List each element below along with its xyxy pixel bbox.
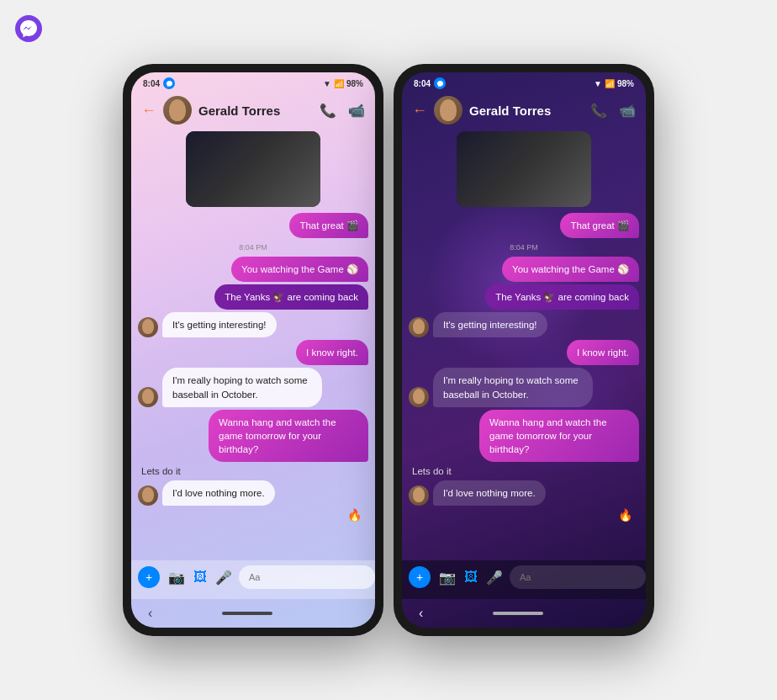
messages-area-dark: That great 🎬 8:04 PM You watching the Ga…: [402, 131, 646, 560]
reaction-dark: 🔥: [409, 508, 639, 522]
message-input-light[interactable]: [239, 565, 375, 589]
home-indicator-dark: [493, 612, 543, 615]
messenger-icon: [15, 15, 42, 42]
network-dark: 📶: [605, 79, 615, 88]
contact-name-light: Gerald Torres: [198, 103, 313, 118]
bubble-sent-5-dark: Wanna hang and watch the game tomorrow f…: [479, 410, 639, 462]
bubble-sent-1-light: That great 🎬: [289, 213, 368, 238]
call-button-dark[interactable]: 📞: [590, 103, 607, 119]
phone-light: 8:04 ▼ 📶 98% ← Gerald Torres: [123, 64, 383, 636]
bubble-recv-2-dark: I'm really hoping to watch some baseball…: [433, 368, 593, 406]
msg-sent-1-dark: That great 🎬: [409, 213, 639, 238]
message-input-dark[interactable]: [510, 565, 646, 589]
back-button-light[interactable]: ←: [141, 102, 156, 119]
bubble-recv-3-light: I'd love nothing more.: [162, 480, 275, 506]
time-light: 8:04: [143, 79, 160, 88]
messages-area-light: That great 🎬 8:04 PM You watching the Ga…: [131, 131, 375, 560]
nav-back-light[interactable]: ‹: [148, 606, 152, 621]
time-dark: 8:04: [414, 79, 431, 88]
image-icon-dark[interactable]: 🖼: [464, 570, 478, 585]
msg-recv-3-dark: I'd love nothing more.: [409, 480, 639, 506]
bubble-recv-2-light: I'm really hoping to watch some baseball…: [162, 368, 322, 406]
add-icon-light[interactable]: +: [138, 566, 160, 588]
battery-light: 98%: [346, 79, 363, 88]
keyboard-area-dark: + 📷 🖼 🎤 🙂 🎉: [402, 560, 646, 599]
add-icon-dark[interactable]: +: [409, 566, 431, 588]
messenger-status-light: [163, 77, 175, 89]
recv-avatar-2-light: [138, 387, 158, 407]
media-thumb-light: [186, 131, 320, 207]
phone-dark: 8:04 ▼ 📶 98% ← Gerald Torres: [394, 64, 654, 636]
home-indicator-light: [222, 612, 272, 615]
bubble-sent-1-dark: That great 🎬: [560, 213, 639, 238]
msg-sent-5-light: Wanna hang and watch the game tomorrow f…: [138, 410, 368, 462]
bubble-recv-3-dark: I'd love nothing more.: [433, 480, 546, 506]
signal-light: ▼: [323, 79, 331, 88]
bubble-recv-1-dark: It's getting interesting!: [433, 312, 547, 337]
msg-recv-1-dark: It's getting interesting!: [409, 312, 639, 337]
camera-icon-dark[interactable]: 📷: [439, 570, 456, 586]
mic-icon-dark[interactable]: 🎤: [486, 570, 503, 586]
chat-header-light: ← Gerald Torres 📞 📹: [131, 91, 375, 131]
status-bar-light: 8:04 ▼ 📶 98%: [131, 72, 375, 91]
bubble-sent-3-light: The Yanks 🦅 are coming back: [214, 284, 368, 310]
bubble-sent-4-light: I know right.: [296, 340, 368, 365]
recv-avatar-1-dark: [409, 317, 429, 337]
msg-sent-4-dark: I know right.: [409, 340, 639, 365]
msg-sent-3-dark: The Yanks 🦅 are coming back: [409, 284, 639, 310]
msg-sent-4-light: I know right.: [138, 340, 368, 365]
bubble-sent-2-light: You watching the Game ⚾: [231, 257, 368, 282]
battery-dark: 98%: [617, 79, 634, 88]
recv-avatar-3-dark: [409, 485, 429, 506]
bottom-nav-dark: ‹: [402, 599, 646, 628]
timestamp-light: 8:04 PM: [138, 241, 368, 254]
signal-dark: ▼: [594, 79, 602, 88]
msg-sent-5-dark: Wanna hang and watch the game tomorrow f…: [409, 410, 639, 462]
bubble-sent-3-dark: The Yanks 🦅 are coming back: [485, 284, 639, 310]
keyboard-area-light: + 📷 🖼 🎤 🙂 🎉: [131, 560, 375, 599]
video-button-light[interactable]: 📹: [348, 103, 365, 119]
phone-screen-dark: 8:04 ▼ 📶 98% ← Gerald Torres: [402, 72, 646, 628]
msg-sent-1-light: That great 🎬: [138, 213, 368, 238]
back-button-dark[interactable]: ←: [412, 102, 427, 119]
media-thumb-dark: [457, 131, 591, 207]
chat-header-dark: ← Gerald Torres 📞 📹: [402, 91, 646, 131]
msg-recv-2-light: I'm really hoping to watch some baseball…: [138, 368, 368, 406]
video-button-dark[interactable]: 📹: [619, 103, 636, 119]
contact-avatar-light: [163, 96, 192, 125]
timestamp-dark: 8:04 PM: [409, 241, 639, 254]
contact-avatar-dark: [434, 96, 462, 125]
messenger-status-dark: [434, 77, 446, 89]
phone-screen-light: 8:04 ▼ 📶 98% ← Gerald Torres: [131, 72, 375, 628]
msg-recv-3-light: I'd love nothing more.: [138, 480, 368, 506]
bubble-sent-4-dark: I know right.: [567, 340, 639, 365]
call-button-light[interactable]: 📞: [320, 103, 336, 119]
bottom-nav-light: ‹: [131, 599, 375, 628]
bubble-sent-2-dark: You watching the Game ⚾: [502, 257, 639, 282]
recv-avatar-1-light: [138, 317, 158, 337]
standalone-text-dark: Lets do it: [409, 464, 639, 478]
image-icon-light[interactable]: 🖼: [193, 570, 207, 585]
reaction-light: 🔥: [138, 508, 368, 522]
msg-sent-3-light: The Yanks 🦅 are coming back: [138, 284, 368, 310]
recv-avatar-3-light: [138, 485, 158, 506]
bubble-recv-1-light: It's getting interesting!: [162, 312, 277, 337]
network-light: 📶: [334, 79, 344, 88]
contact-name-dark: Gerald Torres: [469, 103, 584, 118]
mic-icon-light[interactable]: 🎤: [215, 570, 232, 586]
msg-sent-2-dark: You watching the Game ⚾: [409, 257, 639, 282]
standalone-text-light: Lets do it: [138, 464, 368, 478]
msg-recv-2-dark: I'm really hoping to watch some baseball…: [409, 368, 639, 406]
camera-icon-light[interactable]: 📷: [168, 570, 185, 586]
phones-container: 8:04 ▼ 📶 98% ← Gerald Torres: [123, 64, 654, 636]
status-bar-dark: 8:04 ▼ 📶 98%: [402, 72, 646, 91]
msg-recv-1-light: It's getting interesting!: [138, 312, 368, 337]
recv-avatar-2-dark: [409, 387, 429, 407]
msg-sent-2-light: You watching the Game ⚾: [138, 257, 368, 282]
nav-back-dark[interactable]: ‹: [419, 606, 423, 621]
bubble-sent-5-light: Wanna hang and watch the game tomorrow f…: [209, 410, 368, 462]
